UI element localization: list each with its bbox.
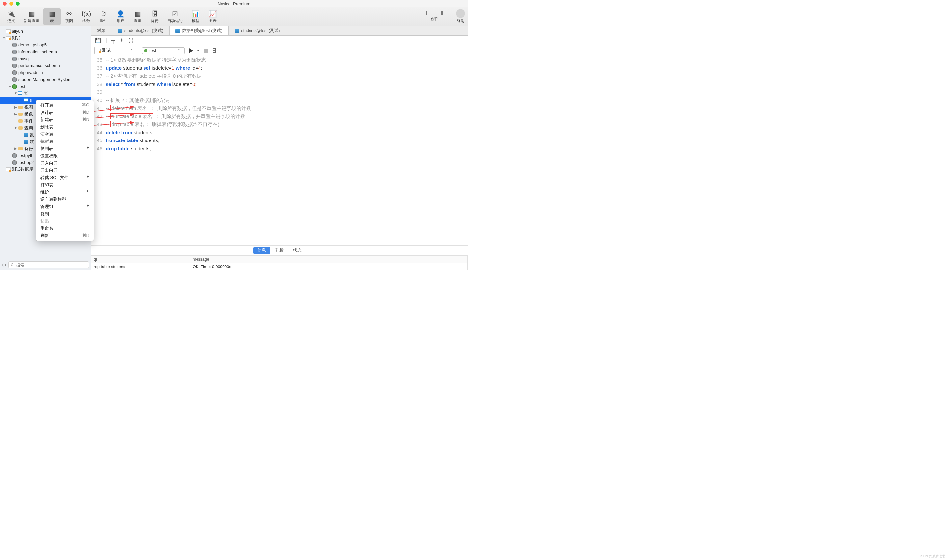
menu-label: 设计表 (40, 109, 53, 115)
disclosure-icon[interactable]: ▶ (14, 112, 18, 116)
stop-button[interactable] (204, 49, 208, 53)
toolbar-label: 连接 (7, 18, 15, 24)
menu-逆向表到模型[interactable]: 逆向表到模型 (36, 196, 94, 203)
tab-label: students@test (测试) (241, 28, 280, 34)
tree-item-表[interactable]: ▼表 (0, 90, 91, 97)
toolbar-icon: ▦ (27, 9, 36, 18)
disclosure-icon[interactable]: ▼ (14, 126, 18, 130)
menu-刷新[interactable]: 刷新⌘R (36, 232, 94, 239)
settings-icon[interactable]: ⚙ (2, 262, 6, 268)
search-input[interactable] (8, 261, 89, 268)
menu-设计表[interactable]: 设计表⌘D (36, 109, 94, 116)
result-col-head: message (190, 255, 467, 263)
tree-item-mysql[interactable]: mysql (0, 55, 91, 62)
close-icon[interactable] (3, 2, 6, 6)
sql-editor[interactable]: 35 36 37 38 39 40 41 42 43 44 45 46 -- 1… (91, 56, 468, 245)
toolbar-备份[interactable]: 🗄备份 (146, 8, 163, 25)
disclosure-icon[interactable]: ▼ (14, 91, 18, 95)
toolbar-icon: 🔌 (6, 9, 16, 18)
menu-转储 SQL 文件[interactable]: 转储 SQL 文件 (36, 174, 94, 181)
toolbar-连接[interactable]: 🔌连接 (3, 8, 20, 25)
menu-shortcut: ⌘R (82, 232, 89, 238)
toolbar-图表[interactable]: 📈图表 (204, 8, 221, 25)
sidebar-footer: ⚙ (0, 259, 91, 271)
code-content[interactable]: -- 1> 修改要删除的数据的特定字段为删除状态 update students… (106, 56, 468, 245)
tree-item-phpmyadmin[interactable]: phpmyadmin (0, 69, 91, 76)
menu-新建表[interactable]: 新建表⌘N (36, 116, 94, 123)
menu-管理组[interactable]: 管理组 (36, 203, 94, 210)
avatar[interactable] (456, 9, 465, 18)
toolbar-label: 事件 (99, 18, 107, 24)
disclosure-icon[interactable]: ▼ (8, 85, 12, 88)
toolbar-label: 查询 (134, 18, 142, 24)
tree-item-performance_schema[interactable]: performance_schema (0, 62, 91, 69)
tree-item-test[interactable]: ▼test (0, 83, 91, 90)
maximize-icon[interactable] (16, 2, 20, 6)
tab-数据相关@test (测试)[interactable]: 数据相关@test (测试) (170, 26, 229, 35)
tree-label: 数 (29, 139, 34, 145)
toolbar-icon: 👤 (116, 9, 125, 18)
result-tab-状态[interactable]: 状态 (289, 247, 305, 254)
menu-打开表[interactable]: 打开表⌘O (36, 102, 94, 109)
menu-复制表[interactable]: 复制表 (36, 145, 94, 152)
tree-item-demo_tpshop5[interactable]: demo_tpshop5 (0, 42, 91, 48)
menu-复制[interactable]: 复制 (36, 210, 94, 217)
tree-item-测试[interactable]: ▼测试 (0, 35, 91, 42)
menu-截断表[interactable]: 截断表 (36, 138, 94, 145)
menu-清空表[interactable]: 清空表 (36, 131, 94, 138)
connection-selector[interactable]: 测试 (94, 47, 137, 54)
menu-删除表[interactable]: 删除表 (36, 123, 94, 131)
tree-item-studentManagementSystem[interactable]: studentManagementSystem (0, 76, 91, 83)
disclosure-icon[interactable]: ▼ (2, 36, 6, 40)
tree-label: aliyun (12, 29, 23, 34)
tab-students@test (测试)[interactable]: students@test (测试) (229, 26, 287, 35)
toolbar-icon: 📊 (191, 9, 200, 18)
menu-维护[interactable]: 维护 (36, 189, 94, 196)
tree-item-aliyun[interactable]: aliyun (0, 28, 91, 35)
result-tab-剖析[interactable]: 剖析 (271, 247, 288, 254)
menu-打印表[interactable]: 打印表 (36, 181, 94, 189)
beautify-icon[interactable]: ✦ (119, 37, 124, 43)
menu-label: 打开表 (40, 102, 53, 108)
menu-导出向导[interactable]: 导出向导 (36, 167, 94, 174)
titlebar: Navicat Premium (0, 0, 468, 7)
toolbar-查询[interactable]: ▦查询 (129, 8, 146, 25)
tree-label: demo_tpshop5 (18, 42, 47, 48)
minimize-icon[interactable] (9, 2, 13, 6)
save-icon[interactable]: 💾 (95, 37, 102, 43)
toolbar-自动运行[interactable]: ☑自动运行 (163, 8, 187, 25)
connection-icon (97, 49, 101, 52)
toolbar-icon: 🗄 (150, 9, 159, 18)
toolbar-新建查询[interactable]: ▦新建查询 (20, 8, 43, 25)
disclosure-icon[interactable]: ▶ (14, 105, 18, 109)
dbgray-icon (12, 77, 17, 82)
toolbar-模型[interactable]: 📊模型 (187, 8, 204, 25)
toolbar-函数[interactable]: f(x)函数 (78, 8, 95, 25)
menu-label: 删除表 (40, 124, 53, 130)
toolbar-用户[interactable]: 👤用户 (112, 8, 129, 25)
menu-导入向导[interactable]: 导入向导 (36, 160, 94, 167)
format-icon[interactable]: ┬ (111, 37, 115, 43)
tree-label: tpshop2 (18, 160, 34, 165)
toolbar-事件[interactable]: ⏱事件 (95, 8, 112, 25)
tab-students@test (测试)[interactable]: students@test (测试) (112, 26, 170, 35)
database-selector[interactable]: test (142, 48, 185, 54)
explain-icon[interactable]: 🗐 (212, 48, 217, 54)
menu-重命名[interactable]: 重命名 (36, 225, 94, 232)
database-name: test (150, 48, 156, 53)
brackets-icon[interactable]: ( ) (128, 37, 133, 43)
disclosure-icon[interactable]: ▶ (14, 147, 18, 150)
tree-label: testpyth (18, 153, 34, 158)
toolbar-视图[interactable]: 👁视图 (60, 8, 78, 25)
result-tab-信息[interactable]: 信息 (253, 247, 270, 254)
menu-label: 粘贴 (40, 218, 49, 224)
tree-item-information_schema[interactable]: information_schema (0, 48, 91, 55)
view-toggle[interactable] (425, 11, 443, 15)
tree-label: 事件 (25, 118, 33, 124)
tab-对象[interactable]: 对象 (91, 26, 112, 35)
run-button[interactable] (189, 48, 193, 53)
context-menu: 打开表⌘O设计表⌘D新建表⌘N删除表清空表截断表复制表设置权限导入向导导出向导转… (35, 100, 94, 241)
toolbar-表[interactable]: ▦表 (43, 8, 60, 25)
menu-设置权限[interactable]: 设置权限 (36, 152, 94, 160)
toolbar-label: 视图 (65, 18, 73, 24)
